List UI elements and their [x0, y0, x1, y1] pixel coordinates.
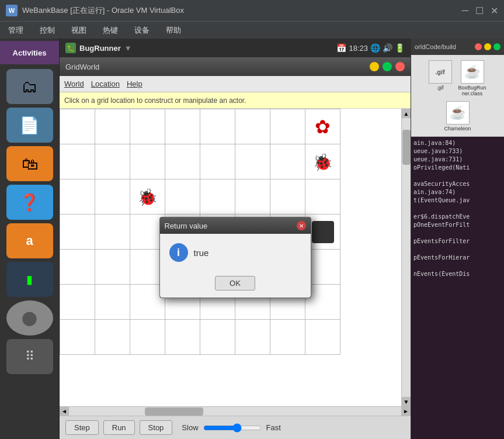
- terminal-line: ain.java:84): [413, 139, 502, 147]
- gridworld-titlebar: GridWorld: [60, 57, 411, 76]
- question-icon: ❓: [19, 193, 40, 212]
- gif-label: .gif: [436, 85, 443, 91]
- file-icons-area: .gif .gif ☕ BoxBugRunner.class ☕ Chamele…: [411, 55, 504, 137]
- sidebar-item-files[interactable]: 🗂: [6, 69, 53, 104]
- chameleon-file-icon: ☕: [446, 101, 470, 125]
- gridworld-controls: Step Run Stop Slow Fast: [60, 416, 411, 439]
- calendar-icon: 📅: [336, 43, 346, 53]
- file-icons-row-2: ☕ Chameleon: [444, 101, 471, 132]
- dialog-overlay: Return value ✕ i true OK: [60, 109, 411, 406]
- menu-world[interactable]: World: [64, 79, 84, 88]
- dialog-value: true: [194, 248, 209, 258]
- file-icon-gif[interactable]: .gif .gif: [429, 60, 452, 96]
- hscroll-thumb[interactable]: [145, 407, 203, 416]
- sidebar-item-settings[interactable]: ⬤: [6, 300, 53, 336]
- menu-help[interactable]: 帮助: [162, 24, 185, 37]
- window-title: WeBankBase [正在运行] - Oracle VM VirtualBox: [22, 5, 184, 16]
- files-icon: 🗂: [22, 77, 38, 96]
- sidebar-item-apps[interactable]: ⠿: [6, 339, 53, 374]
- gridworld-title: GridWorld: [65, 63, 99, 71]
- maximize-button[interactable]: ☐: [475, 5, 484, 16]
- menu-hotkey[interactable]: 热键: [99, 24, 121, 37]
- rp-close-button[interactable]: [475, 43, 482, 50]
- hscroll-track[interactable]: [69, 407, 401, 416]
- file-icon-boxbug[interactable]: ☕ BoxBugRunner.class: [458, 60, 487, 96]
- terminal-line: ueue.java:733): [413, 147, 502, 155]
- apps-icon: ⠿: [25, 349, 34, 364]
- terminal-line: [413, 246, 502, 254]
- rp-max-button[interactable]: [493, 43, 500, 50]
- dialog-titlebar: Return value ✕: [160, 217, 311, 234]
- menu-location[interactable]: Location: [91, 79, 120, 88]
- info-text: Click on a grid location to construct or…: [64, 96, 246, 105]
- dropdown-icon: ▼: [124, 44, 132, 53]
- scroll-left-button[interactable]: ◄: [60, 407, 69, 416]
- gridworld-grid-container[interactable]: ✿: [60, 109, 411, 406]
- boxbug-label: BoxBugRunner.class: [458, 85, 487, 96]
- stop-button[interactable]: Stop: [140, 420, 173, 435]
- horizontal-scrollbar[interactable]: ◄ ►: [60, 406, 411, 416]
- terminal-line: avaSecurityAcces: [413, 180, 502, 188]
- dialog-body: i true: [160, 234, 311, 271]
- sidebar-item-question[interactable]: ❓: [6, 185, 53, 220]
- rp-min-button[interactable]: [484, 43, 491, 50]
- sidebar-item-docs[interactable]: 📄: [6, 108, 53, 143]
- volume-icon: 🔊: [383, 43, 392, 53]
- menu-view[interactable]: 视图: [68, 24, 90, 37]
- step-button[interactable]: Step: [65, 420, 99, 435]
- terminal-line: t(EventQueue.jav: [413, 196, 502, 205]
- sidebar-item-amazon[interactable]: a: [6, 223, 53, 258]
- activities-label: Activities: [13, 49, 47, 57]
- chameleon-label: Chameleon: [444, 126, 471, 132]
- menu-devices[interactable]: 设备: [131, 24, 153, 37]
- vm-topbar: 🐛 BugRunner ▼ 📅 18:23 🌐 🔊 🔋: [60, 39, 411, 57]
- speed-slider[interactable]: [203, 423, 262, 433]
- close-button[interactable]: ✕: [491, 5, 498, 16]
- app-icon: W: [6, 5, 18, 16]
- scroll-right-button[interactable]: ►: [401, 407, 411, 416]
- gw-close-button[interactable]: [395, 62, 405, 71]
- bugrunner-icon-label: 🐛: [67, 45, 74, 51]
- activities-button[interactable]: Activities: [0, 41, 59, 64]
- settings-icon: ⬤: [22, 310, 37, 326]
- minimize-button[interactable]: ─: [462, 5, 468, 16]
- terminal-line: pOneEventForFilt: [413, 221, 502, 229]
- terminal-line: [413, 262, 502, 270]
- menu-manage[interactable]: 管理: [5, 24, 27, 37]
- system-tray: 📅 18:23 🌐 🔊 🔋: [336, 43, 405, 53]
- terminal-output: ain.java:84) ueue.java:733) ueue.java:73…: [411, 137, 504, 439]
- dialog-footer: OK: [160, 271, 311, 298]
- run-button[interactable]: Run: [103, 420, 135, 435]
- right-panel: orldCode/build .gif .gif ☕ BoxBugRunner.…: [411, 39, 504, 439]
- terminal-line: [413, 172, 502, 180]
- menu-bar: 管理 控制 视图 热键 设备 帮助: [0, 21, 504, 39]
- menu-control[interactable]: 控制: [36, 24, 58, 37]
- right-panel-titlebar: orldCode/build: [411, 39, 504, 55]
- gridworld-window-controls[interactable]: [370, 62, 405, 71]
- terminal-line: ueue.java:731): [413, 155, 502, 164]
- terminal-line: er$6.dispatchEve: [413, 213, 502, 221]
- dialog-close-button[interactable]: ✕: [297, 221, 306, 230]
- battery-icon: 🔋: [395, 43, 405, 53]
- slow-label: Slow: [182, 423, 198, 432]
- file-icons-row: .gif .gif ☕ BoxBugRunner.class: [429, 60, 487, 96]
- gw-maximize-button[interactable]: [383, 62, 392, 71]
- main-content: Activities 🗂 📄 🛍 ❓ a ▮ ⬤ ⠿: [0, 39, 504, 439]
- boxbug-file-icon: ☕: [461, 60, 484, 84]
- briefcase-icon: 🛍: [22, 154, 38, 174]
- gridworld-info-bar: Click on a grid location to construct or…: [60, 92, 411, 109]
- time-display: 18:23: [349, 44, 368, 53]
- menu-help-gw[interactable]: Help: [127, 79, 142, 88]
- file-icon-chameleon[interactable]: ☕ Chameleon: [444, 101, 471, 132]
- right-panel-controls[interactable]: [475, 43, 500, 50]
- ok-button[interactable]: OK: [215, 276, 255, 291]
- dialog-title: Return value: [165, 222, 208, 230]
- window-controls[interactable]: ─ ☐ ✕: [462, 5, 498, 16]
- network-icon: 🌐: [370, 43, 380, 53]
- sidebar-item-terminal[interactable]: ▮: [6, 262, 53, 297]
- sidebar-item-briefcase[interactable]: 🛍: [6, 146, 53, 181]
- gw-minimize-button[interactable]: [370, 62, 379, 71]
- docs-icon: 📄: [19, 116, 40, 135]
- terminal-line: pEventsForHierar: [413, 254, 502, 262]
- title-bar: W WeBankBase [正在运行] - Oracle VM VirtualB…: [0, 0, 504, 21]
